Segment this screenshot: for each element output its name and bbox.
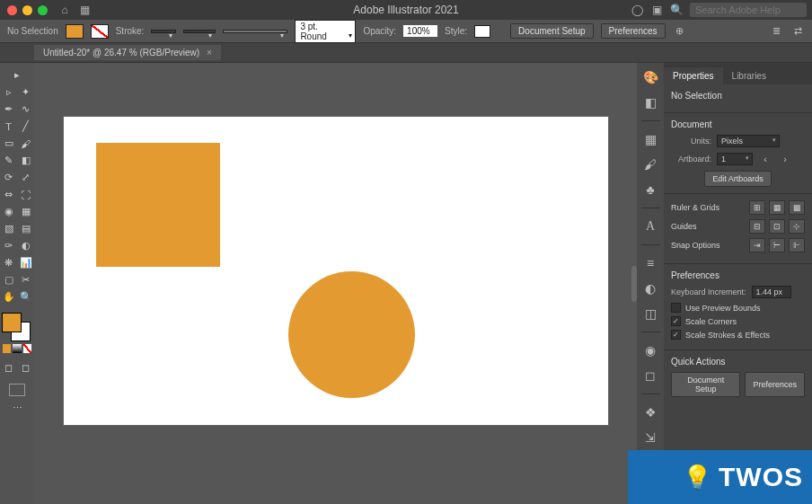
scale-tool[interactable]: ⤢ [17,169,34,186]
panel-collapse-handle[interactable] [631,266,637,302]
stroke-weight-dropdown[interactable] [151,30,176,33]
home-icon[interactable]: ⌂ [58,4,71,16]
screen-mode-button[interactable] [9,384,25,396]
use-preview-bounds-checkbox[interactable]: Use Preview Bounds [671,303,805,313]
eraser-tool[interactable]: ◧ [17,152,34,169]
opacity-input[interactable]: 100% [403,25,437,37]
snap-point-icon[interactable]: ⊢ [769,238,785,252]
transparency-panel-icon[interactable]: ◫ [641,305,659,323]
graphic-style-swatch[interactable] [474,25,490,38]
selection-tool[interactable]: ▸ [0,66,34,84]
color-guide-panel-icon[interactable]: ◧ [641,93,659,111]
document-setup-button[interactable]: Document Setup [510,23,594,39]
shaper-tool[interactable]: ✎ [0,152,17,169]
gradient-mode-button[interactable] [12,343,22,354]
symbols-panel-icon[interactable]: ♣ [641,181,659,199]
artboard-dropdown[interactable]: 1 [717,153,753,165]
zoom-tool[interactable]: 🔍 [17,288,34,305]
workspace-switcher-icon[interactable]: ⇄ [790,24,805,39]
guides-visibility-icon[interactable]: ⊟ [749,219,765,234]
libraries-tab[interactable]: Libraries [723,67,775,84]
fullscreen-window-button[interactable] [38,5,48,15]
units-dropdown[interactable]: Pixels [717,135,780,147]
type-tool[interactable]: T [0,118,17,135]
graphic-styles-panel-icon[interactable]: ◻ [641,367,659,385]
close-window-button[interactable] [7,5,17,15]
ruler-toggle-icon[interactable]: ⊞ [749,200,765,215]
swatches-panel-icon[interactable]: ▦ [641,130,659,148]
qa-document-setup-button[interactable]: Document Setup [671,372,740,397]
mesh-tool[interactable]: ▧ [0,220,17,237]
user-icon[interactable]: ◯ [631,4,643,16]
none-mode-button[interactable] [22,343,32,354]
brushes-panel-icon[interactable]: 🖌 [641,155,659,173]
keyboard-increment-input[interactable]: 1.44 px [752,286,791,298]
rectangle-shape[interactable] [96,143,220,267]
stroke-style-dropdown[interactable]: 3 pt. Round [295,20,356,43]
artboard-tool[interactable]: ▢ [0,271,17,288]
scale-strokes-checkbox[interactable]: Scale Strokes & Effects [671,330,805,340]
color-mode-button[interactable] [2,343,12,354]
guides-lock-icon[interactable]: ⊡ [769,219,785,234]
next-artboard-icon[interactable]: › [778,152,792,166]
close-tab-icon[interactable]: × [207,48,212,57]
align-icon[interactable]: ⊕ [673,24,687,39]
fill-stroke-indicator[interactable] [0,311,34,356]
appearance-panel-icon[interactable]: ◉ [641,341,659,359]
stroke-panel-icon[interactable]: ≡ [641,254,659,272]
minimize-window-button[interactable] [22,5,32,15]
free-transform-tool[interactable]: ⛶ [17,186,34,203]
scale-corners-checkbox[interactable]: Scale Corners [671,316,805,326]
qa-preferences-button[interactable]: Preferences [745,372,805,397]
window-frame-icon[interactable]: ▣ [650,4,663,16]
rectangle-tool[interactable]: ▭ [0,135,17,152]
paintbrush-tool[interactable]: 🖌 [17,135,34,152]
perspective-tool[interactable]: ▦ [17,203,34,220]
ellipse-shape[interactable] [288,271,415,398]
symbol-sprayer-tool[interactable]: ❋ [0,254,17,271]
panel-menu-icon[interactable]: ≣ [769,24,783,39]
stroke-color-swatch[interactable] [91,24,109,39]
snap-pixel-icon[interactable]: ⇥ [749,238,765,252]
search-icon[interactable]: 🔍 [670,4,683,16]
document-tab[interactable]: Untitled-20* @ 26.47 % (RGB/Preview) × [34,45,221,60]
asset-export-panel-icon[interactable]: ⇲ [641,429,659,447]
edit-artboards-button[interactable]: Edit Artboards [704,171,772,187]
curvature-tool[interactable]: ∿ [17,101,34,118]
gradient-panel-icon[interactable]: ◐ [641,279,659,297]
type-panel-icon[interactable]: A [641,217,659,235]
line-tool[interactable]: ╱ [17,118,34,135]
eyedropper-tool[interactable]: ✑ [0,237,17,254]
properties-tab[interactable]: Properties [664,67,723,84]
grid-toggle-icon[interactable]: ▦ [769,200,785,215]
fill-indicator[interactable] [2,313,22,332]
stroke-profile-dropdown[interactable] [183,30,216,33]
prev-artboard-icon[interactable]: ‹ [758,152,772,166]
preferences-button[interactable]: Preferences [601,23,666,39]
snap-grid-icon[interactable]: ⊩ [789,238,805,252]
layers-panel-icon[interactable]: ❖ [641,403,659,421]
fill-color-swatch[interactable] [66,24,84,39]
color-panel-icon[interactable]: 🎨 [641,68,659,86]
graph-tool[interactable]: 📊 [17,254,34,271]
width-tool[interactable]: ⇔ [0,186,17,203]
direct-selection-tool[interactable]: ▹ [0,84,17,101]
magic-wand-tool[interactable]: ✦ [17,84,34,101]
pen-tool[interactable]: ✒ [0,101,17,118]
draw-normal-icon[interactable]: ◻ [0,359,17,376]
edit-toolbar-button[interactable]: ⋯ [0,400,34,417]
blend-tool[interactable]: ◐ [17,237,34,254]
draw-behind-icon[interactable]: ◻ [17,359,34,376]
canvas-area[interactable] [34,63,637,504]
arrange-documents-icon[interactable]: ▦ [78,4,91,16]
transparency-grid-icon[interactable]: ▩ [789,200,805,215]
smart-guides-icon[interactable]: ⊹ [789,219,805,234]
help-search-input[interactable] [690,3,807,17]
shape-builder-tool[interactable]: ◉ [0,203,17,220]
gradient-tool[interactable]: ▤ [17,220,34,237]
slice-tool[interactable]: ✂ [17,271,34,288]
hand-tool[interactable]: ✋ [0,288,17,305]
artboard[interactable] [63,116,609,426]
rotate-tool[interactable]: ⟳ [0,169,17,186]
brush-definition-dropdown[interactable] [223,30,287,33]
